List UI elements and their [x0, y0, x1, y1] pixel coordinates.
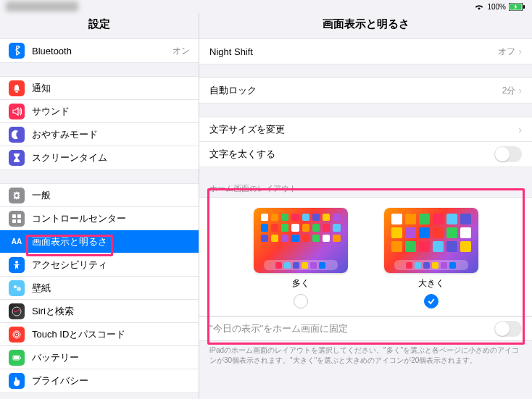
hand-icon — [9, 373, 25, 389]
battery-pct: 100% — [487, 3, 506, 11]
wifi-icon — [474, 3, 484, 10]
sidebar-item-label: 壁紙 — [32, 282, 190, 295]
group-text: 文字サイズを変更 › 文字を太くする — [199, 117, 532, 167]
sidebar-item-8[interactable]: プライバシー — [0, 369, 199, 392]
svg-point-7 — [15, 261, 18, 264]
layout-big-label: 大きく — [418, 277, 444, 290]
svg-rect-4 — [17, 214, 21, 218]
sidebar-item-6[interactable]: Touch IDとパスコード — [0, 323, 199, 346]
ctrl-icon — [9, 211, 25, 227]
siri-icon — [9, 303, 25, 319]
sidebar-item-4[interactable]: 壁紙 — [0, 277, 199, 300]
batt-icon — [9, 350, 25, 366]
row-night-shift[interactable]: Night Shift オフ › — [199, 39, 532, 64]
sidebar-item-2[interactable]: AA画面表示と明るさ — [0, 230, 199, 253]
sidebar-item-3[interactable]: スクリーンタイム — [0, 146, 199, 169]
gear-icon — [9, 188, 25, 203]
sidebar-item-label: Bluetooth — [32, 46, 173, 56]
sidebar-item-label: バッテリー — [32, 351, 190, 364]
bold-text-label: 文字を太くする — [209, 148, 494, 161]
sidebar-group-general: 一般コントロールセンターAA画面表示と明るさアクセシビリティ壁紙Siriと検索T… — [0, 183, 199, 393]
row-text-size[interactable]: 文字サイズを変更 › — [199, 117, 532, 142]
battery-icon — [509, 3, 525, 11]
touch-icon — [9, 327, 25, 343]
carrier-blur — [6, 1, 78, 12]
svg-rect-16 — [20, 357, 21, 358]
chevron-right-icon: › — [518, 85, 522, 96]
row-fix-today[interactable]: "今日の表示"をホーム画面に固定 — [199, 316, 532, 341]
bell-icon — [9, 80, 25, 96]
fix-today-label: "今日の表示"をホーム画面に固定 — [209, 322, 494, 335]
home-layout-header: ホーム画面のレイアウト — [199, 180, 532, 197]
bold-text-switch[interactable] — [494, 146, 522, 162]
layout-more-label: 多く — [292, 277, 309, 290]
home-layout-footer: iPadのホーム画面のレイアウトを選択してください。"多く"を選ぶと各ページに小… — [199, 341, 532, 370]
svg-point-9 — [17, 287, 21, 291]
acc-icon — [9, 257, 25, 273]
sidebar-item-2[interactable]: おやすみモード — [0, 123, 199, 146]
settings-sidebar: 設定 Bluetoothオン 通知サウンドおやすみモードスクリーンタイム 一般コ… — [0, 13, 199, 399]
group-autolock: 自動ロック 2分 › — [199, 77, 532, 104]
layout-thumb-big — [384, 208, 478, 273]
layout-more-radio[interactable] — [294, 294, 308, 308]
text-size-label: 文字サイズを変更 — [209, 123, 518, 136]
sidebar-item-0[interactable]: 一般 — [0, 184, 199, 207]
auto-lock-value: 2分 — [502, 85, 516, 97]
svg-point-13 — [16, 334, 17, 335]
AA-icon: AA — [9, 234, 25, 250]
detail-pane: 画面表示と明るさ Night Shift オフ › 自動ロック 2分 › 文字サ… — [199, 13, 532, 399]
hour-icon — [9, 150, 25, 166]
svg-rect-5 — [12, 219, 16, 223]
fix-today-switch[interactable] — [494, 321, 522, 337]
layout-option-big[interactable]: 大きく — [384, 208, 478, 308]
sidebar-item-1[interactable]: サウンド — [0, 100, 199, 123]
svg-rect-6 — [17, 219, 21, 223]
sidebar-item-label: おやすみモード — [32, 128, 190, 141]
layout-thumb-more — [254, 208, 348, 273]
status-bar: 100% — [474, 0, 525, 13]
sidebar-item-label: コントロールセンター — [32, 212, 190, 225]
chevron-right-icon: › — [518, 124, 522, 135]
group-nightshift: Night Shift オフ › — [199, 38, 532, 64]
sidebar-group-notifications: 通知サウンドおやすみモードスクリーンタイム — [0, 76, 199, 170]
sidebar-item-value: オン — [173, 45, 190, 57]
sidebar-item-label: 画面表示と明るさ — [32, 235, 190, 248]
sidebar-item-label: スクリーンタイム — [32, 151, 190, 164]
row-auto-lock[interactable]: 自動ロック 2分 › — [199, 78, 532, 103]
sidebar-item-5[interactable]: Siriと検索 — [0, 300, 199, 323]
sidebar-item-label: サウンド — [32, 105, 190, 118]
svg-rect-3 — [12, 214, 16, 218]
sidebar-item-1[interactable]: コントロールセンター — [0, 207, 199, 230]
bt-icon — [9, 43, 25, 59]
sidebar-item-label: Siriと検索 — [32, 305, 190, 318]
sidebar-item-label: Touch IDとパスコード — [32, 328, 190, 341]
sound-icon — [9, 104, 25, 119]
svg-rect-15 — [14, 356, 19, 359]
night-shift-value: オフ — [498, 46, 515, 58]
layout-option-more[interactable]: 多く — [254, 208, 348, 308]
sidebar-item-3[interactable]: アクセシビリティ — [0, 253, 199, 277]
detail-title: 画面表示と明るさ — [199, 13, 532, 38]
wall-icon — [9, 280, 25, 296]
svg-rect-2 — [523, 5, 525, 9]
home-layout-group: 多く 大きく — [199, 197, 532, 316]
sidebar-item-label: プライバシー — [32, 374, 190, 387]
check-icon — [427, 297, 436, 306]
sidebar-item-label: 一般 — [32, 189, 190, 202]
sidebar-item-0[interactable]: Bluetoothオン — [0, 39, 199, 62]
sidebar-item-label: 通知 — [32, 82, 190, 95]
auto-lock-label: 自動ロック — [209, 84, 502, 97]
sidebar-item-7[interactable]: バッテリー — [0, 346, 199, 369]
sidebar-title: 設定 — [0, 13, 199, 38]
svg-point-8 — [14, 285, 17, 288]
sidebar-group-connectivity: Bluetoothオン — [0, 38, 199, 63]
sidebar-item-0[interactable]: 通知 — [0, 77, 199, 100]
layout-big-radio[interactable] — [424, 294, 439, 308]
night-shift-label: Night Shift — [209, 46, 498, 57]
sidebar-item-label: アクセシビリティ — [32, 259, 190, 272]
moon-icon — [9, 127, 25, 143]
chevron-right-icon: › — [518, 46, 522, 57]
row-bold-text[interactable]: 文字を太くする — [199, 142, 532, 167]
